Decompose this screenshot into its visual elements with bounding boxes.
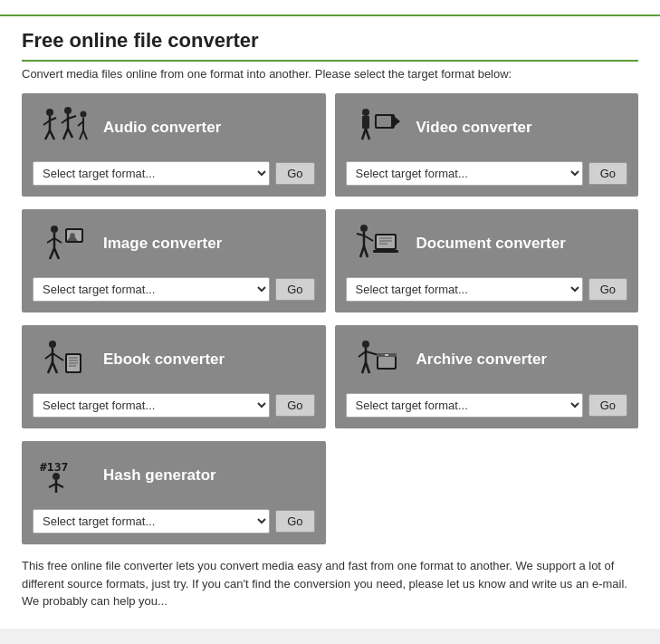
archive-go-button[interactable]: Go — [588, 394, 627, 417]
svg-line-63 — [366, 362, 369, 373]
document-converter-card: Document converter Select target format.… — [335, 209, 639, 312]
svg-line-37 — [364, 235, 373, 241]
svg-line-9 — [68, 116, 76, 119]
svg-marker-23 — [395, 117, 400, 126]
svg-rect-45 — [373, 250, 398, 253]
subtitle: Convert media files online from one form… — [22, 67, 638, 81]
svg-line-16 — [83, 130, 87, 139]
ebook-format-select[interactable]: Select target format... — [33, 393, 270, 418]
video-card-header: Video converter — [346, 102, 628, 152]
svg-line-4 — [45, 130, 50, 139]
svg-point-24 — [51, 226, 58, 233]
audio-format-select[interactable]: Select target format... — [33, 161, 270, 186]
hash-card-title: Hash generator — [103, 466, 216, 485]
ebook-go-button[interactable]: Go — [275, 394, 314, 417]
svg-point-0 — [46, 109, 53, 116]
footer-text: This free online file converter lets you… — [22, 557, 638, 610]
video-converter-card: Video converter Select target format... … — [335, 93, 639, 197]
hash-card-header: #137 Hash generator — [33, 450, 315, 500]
archive-card-controls: Select target format... Go — [346, 393, 628, 418]
audio-card-header: Audio converter — [33, 102, 315, 152]
document-format-select[interactable]: Select target format... — [346, 277, 583, 302]
hash-converter-card: #137 Hash generator Select target format… — [22, 441, 326, 544]
converter-grid-row1: Audio converter Select target format... … — [22, 93, 638, 197]
archive-card-title: Archive converter — [416, 351, 548, 369]
svg-line-49 — [53, 353, 63, 360]
svg-line-15 — [80, 130, 83, 139]
svg-point-46 — [49, 341, 56, 348]
archive-card-header: Archive converter — [346, 334, 628, 384]
hash-go-button[interactable]: Go — [275, 510, 314, 533]
svg-line-39 — [364, 246, 368, 257]
svg-line-20 — [366, 129, 369, 139]
hash-card-controls: Select target format... Go — [33, 509, 315, 533]
audio-icon — [33, 102, 94, 152]
document-card-controls: Select target format... Go — [346, 277, 628, 302]
audio-go-button[interactable]: Go — [275, 162, 314, 185]
video-card-controls: Select target format... Go — [346, 161, 628, 186]
converter-grid-row4: #137 Hash generator Select target format… — [22, 441, 638, 544]
svg-rect-18 — [362, 116, 369, 129]
hash-icon: #137 — [33, 450, 94, 500]
svg-line-28 — [50, 248, 54, 259]
svg-point-12 — [81, 111, 87, 117]
ebook-converter-card: Ebook converter Select target format... … — [22, 325, 326, 428]
image-converter-card: Image converter Select target format... … — [22, 209, 326, 312]
svg-line-61 — [366, 351, 378, 355]
video-icon — [346, 102, 407, 152]
svg-rect-22 — [377, 116, 391, 127]
svg-rect-41 — [377, 235, 395, 248]
image-format-select[interactable]: Select target format... — [33, 277, 270, 302]
svg-line-5 — [50, 130, 54, 139]
audio-card-controls: Select target format... Go — [33, 161, 315, 186]
ebook-icon — [33, 334, 94, 384]
svg-point-17 — [362, 109, 369, 116]
image-card-controls: Select target format... Go — [33, 277, 315, 302]
image-card-title: Image converter — [103, 235, 222, 253]
document-icon — [346, 218, 407, 268]
audio-converter-card: Audio converter Select target format... … — [22, 93, 326, 197]
svg-point-6 — [64, 107, 72, 114]
page-wrapper: Free online file converter Convert media… — [0, 0, 660, 629]
image-go-button[interactable]: Go — [275, 278, 314, 301]
top-bar — [0, 0, 660, 16]
video-format-select[interactable]: Select target format... — [346, 161, 583, 186]
svg-rect-65 — [378, 357, 395, 368]
document-go-button[interactable]: Go — [588, 278, 627, 301]
page-title: Free online file converter — [22, 29, 638, 62]
svg-point-34 — [360, 225, 368, 232]
audio-card-title: Audio converter — [103, 119, 221, 137]
svg-line-51 — [53, 362, 57, 373]
archive-converter-card: Archive converter Select target format..… — [335, 325, 639, 428]
svg-line-10 — [63, 129, 68, 139]
video-go-button[interactable]: Go — [588, 162, 627, 185]
svg-line-29 — [54, 248, 59, 259]
converter-grid-row2: Image converter Select target format... … — [22, 209, 638, 312]
archive-format-select[interactable]: Select target format... — [346, 393, 583, 418]
document-card-header: Document converter — [346, 218, 628, 268]
svg-line-11 — [68, 129, 72, 138]
svg-text:#137: #137 — [40, 460, 68, 474]
ebook-card-controls: Select target format... Go — [33, 393, 315, 418]
archive-icon — [346, 334, 407, 384]
converter-grid-row3: Ebook converter Select target format... … — [22, 325, 638, 428]
ebook-card-title: Ebook converter — [103, 351, 225, 369]
svg-point-58 — [362, 341, 369, 348]
empty-placeholder — [335, 441, 639, 544]
content: Free online file converter Convert media… — [0, 16, 660, 629]
document-card-title: Document converter — [416, 235, 566, 253]
ebook-card-header: Ebook converter — [33, 334, 315, 384]
svg-point-69 — [53, 473, 60, 480]
video-card-title: Video converter — [416, 119, 532, 137]
image-icon — [33, 218, 94, 268]
hash-format-select[interactable]: Select target format... — [33, 509, 270, 533]
image-card-header: Image converter — [33, 218, 315, 268]
svg-line-50 — [48, 362, 53, 373]
